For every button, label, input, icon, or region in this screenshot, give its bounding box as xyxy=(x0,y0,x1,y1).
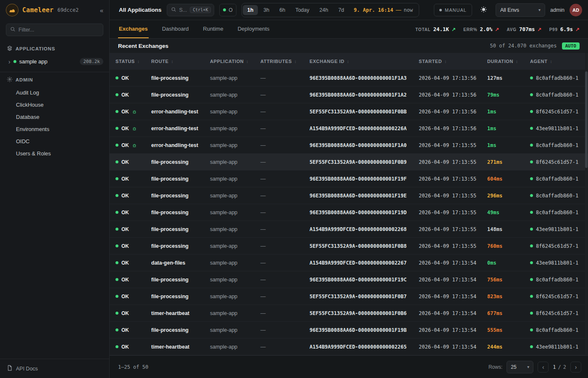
prev-page-button[interactable]: ‹ xyxy=(538,362,549,373)
exchange-count-summary: 50 of 24.070 exchanges xyxy=(490,43,557,49)
sidebar-filter[interactable] xyxy=(6,24,103,36)
avatar[interactable]: AD xyxy=(570,4,582,16)
sidebar-item-database[interactable]: Database xyxy=(0,111,109,123)
table-row[interactable]: OK file-processing sample-app — 96E395B0… xyxy=(110,322,588,339)
table-row[interactable]: OK file-processing sample-app — 96E395B0… xyxy=(110,271,588,288)
admin-section: ADMIN Audit LogClickHouseDatabaseEnviron… xyxy=(0,72,109,160)
range-button-1h[interactable]: 1h xyxy=(243,5,258,15)
application-cell: sample-app xyxy=(210,159,260,165)
agent-id: 8f6245c61d57-1 xyxy=(536,159,578,165)
range-button-24h[interactable]: 24h xyxy=(315,5,333,15)
table-row[interactable]: OK error-handling-test sample-app — 96E3… xyxy=(110,137,588,154)
table-row[interactable]: OK file-processing sample-app — A154B9A9… xyxy=(110,221,588,238)
scrollbar[interactable] xyxy=(585,53,588,355)
agent-id: 8c0affadb860-1 xyxy=(536,92,578,98)
duration-cell: 148ms xyxy=(487,226,530,232)
build-id: 69dcce2 xyxy=(58,7,79,13)
attributes-cell: — xyxy=(260,210,310,215)
tab-dashboard[interactable]: Dashboard xyxy=(161,20,190,38)
column-header-started[interactable]: STARTED↕ xyxy=(419,59,487,64)
table-row[interactable]: OK error-handling-test sample-app — A154… xyxy=(110,120,588,137)
brand-name: Cameleer xyxy=(22,6,54,14)
caret-down-icon: ▾ xyxy=(538,8,541,12)
duration-cell: 1ms xyxy=(487,142,530,148)
table-row[interactable]: OK file-processing sample-app — 5EF55FC3… xyxy=(110,238,588,255)
range-button-3h[interactable]: 3h xyxy=(259,5,274,15)
status-ok-dot xyxy=(116,194,118,197)
status-cell: OK xyxy=(116,142,151,148)
rows-per-page-select[interactable]: 25 ▾ xyxy=(507,361,533,373)
agent-cell: 8f6245c61d57-1 xyxy=(530,310,588,316)
table-row[interactable]: OK error-handling-test sample-app — 5EF5… xyxy=(110,103,588,120)
sidebar-item-oidc[interactable]: OIDC xyxy=(0,135,109,147)
agent-id: 43ee9811b801-1 xyxy=(536,226,578,232)
chevron-right-icon[interactable]: › xyxy=(8,58,10,65)
column-header-status[interactable]: STATUS↕ xyxy=(116,59,151,64)
column-header-route[interactable]: ROUTE↕ xyxy=(151,59,210,64)
live-toggle[interactable]: O xyxy=(219,4,236,16)
range-button-today[interactable]: Today xyxy=(291,5,314,15)
table-row[interactable]: OK file-processing sample-app — 5EF55FC3… xyxy=(110,288,588,305)
started-cell: 2026-04-09 17:13:54 xyxy=(419,327,487,333)
table-row[interactable]: OK file-processing sample-app — 96E395B0… xyxy=(110,87,588,103)
route-cell: error-handling-test xyxy=(151,126,210,131)
duration-cell: 760ms xyxy=(487,243,530,249)
range-button-6h[interactable]: 6h xyxy=(275,5,290,15)
table-row[interactable]: OK file-processing sample-app — 96E395B0… xyxy=(110,171,588,187)
next-page-button[interactable]: › xyxy=(570,362,581,373)
manual-refresh-button[interactable]: MANUAL xyxy=(434,4,472,16)
table-row[interactable]: OK timer-heartbeat sample-app — A154B9A9… xyxy=(110,339,588,355)
stat-label: P99 xyxy=(549,27,558,32)
scrollbar-thumb[interactable] xyxy=(585,71,588,168)
sidebar-item-audit-log[interactable]: Audit Log xyxy=(0,87,109,99)
duration-cell: 0ms xyxy=(487,260,530,266)
table-row[interactable]: OK file-processing sample-app — 96E395B0… xyxy=(110,204,588,221)
application-cell: sample-app xyxy=(210,126,260,131)
agent-cell: 8c0affadb860-1 xyxy=(530,92,588,98)
api-docs-link[interactable]: API Docs xyxy=(0,359,109,378)
agent-cell: 8c0affadb860-1 xyxy=(530,210,588,215)
live-label: O xyxy=(228,7,232,13)
theme-toggle-button[interactable] xyxy=(477,4,491,16)
tab-runtime[interactable]: Runtime xyxy=(202,20,224,38)
cameleer-logo-icon xyxy=(6,4,18,16)
filter-input[interactable] xyxy=(18,27,99,33)
exchange-id-cell: 96E395B0088AA6D-000000000001F19C xyxy=(310,277,419,283)
column-header-application[interactable]: APPLICATION↕ xyxy=(210,59,260,64)
table-row[interactable]: OK file-processing sample-app — 5EF55FC3… xyxy=(110,154,588,171)
sidebar-item-sample-app[interactable]: › sample app 208.2k xyxy=(0,55,109,68)
auto-refresh-badge[interactable]: AUTO xyxy=(562,42,580,50)
table-row[interactable]: OK file-processing sample-app — 96E395B0… xyxy=(110,187,588,204)
status-label: OK xyxy=(121,109,129,115)
global-search-input[interactable]: S... Ctrl+K xyxy=(167,4,215,16)
range-button-7d[interactable]: 7d xyxy=(333,5,349,15)
agent-cell: 8f6245c61d57-1 xyxy=(530,294,588,299)
stat-value: 24.1K xyxy=(433,26,449,32)
applications-label: APPLICATIONS xyxy=(16,46,55,51)
route-cell: timer-heartbeat xyxy=(151,310,210,316)
column-header-agent[interactable]: AGENT↕ xyxy=(530,59,588,64)
tab-exchanges[interactable]: Exchanges xyxy=(118,20,149,38)
status-label: OK xyxy=(121,142,129,148)
column-label: AGENT xyxy=(530,59,548,64)
attributes-cell: — xyxy=(260,193,310,199)
collapse-sidebar-icon[interactable]: « xyxy=(100,7,103,14)
stat-err: ERR%2.0%↗ xyxy=(463,26,499,32)
table-row[interactable]: OK data-gen-files sample-app — A154B9A99… xyxy=(110,255,588,271)
tab-deployments[interactable]: Deployments xyxy=(237,20,270,38)
column-header-duration[interactable]: DURATION↕ xyxy=(487,59,530,64)
column-header-exchange-id[interactable]: EXCHANGE ID↕ xyxy=(310,59,419,64)
sidebar-item-environments[interactable]: Environments xyxy=(0,123,109,135)
table-row[interactable]: OK timer-heartbeat sample-app — 5EF55FC3… xyxy=(110,305,588,322)
date-range-display[interactable]: 9. Apr. 16:14 — now xyxy=(349,7,418,13)
column-header-attributes[interactable]: ATTRIBUTES↕ xyxy=(260,59,310,64)
status-ok-dot xyxy=(116,110,118,113)
status-cell: OK xyxy=(116,277,151,283)
api-docs-label: API Docs xyxy=(16,366,38,372)
agent-id: 8f6245c61d57-1 xyxy=(536,310,578,316)
env-select[interactable]: All Envs ▾ xyxy=(496,3,545,17)
sort-icon: ↕ xyxy=(444,59,447,64)
sidebar-item-clickhouse[interactable]: ClickHouse xyxy=(0,99,109,111)
sidebar-item-users-roles[interactable]: Users & Roles xyxy=(0,147,109,160)
table-row[interactable]: OK file-processing sample-app — 96E395B0… xyxy=(110,70,588,87)
